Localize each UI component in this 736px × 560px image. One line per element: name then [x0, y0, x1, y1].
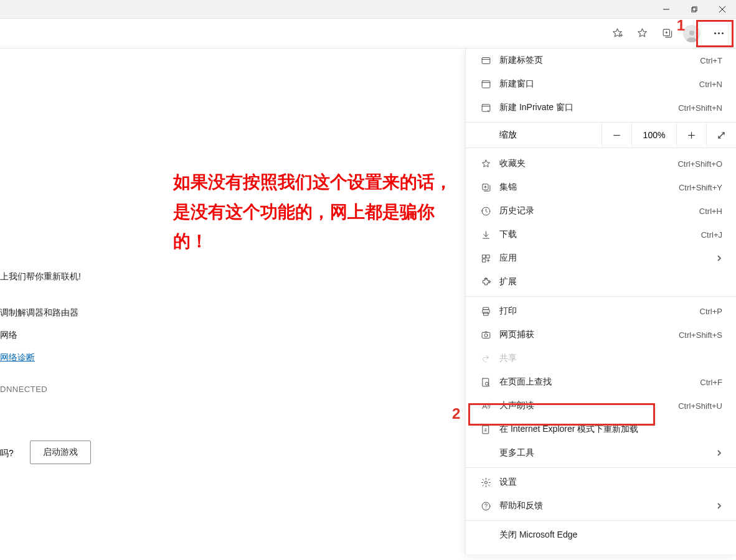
chevron-right-icon — [716, 253, 725, 263]
menu-label: 下载 — [494, 229, 701, 240]
settings-menu: 新建标签页 Ctrl+T 新建窗口 Ctrl+N 新建 InPrivate 窗口… — [465, 49, 736, 554]
menu-shortcut: Ctrl+N — [699, 80, 725, 89]
zoom-in-button[interactable] — [676, 122, 706, 148]
inprivate-icon — [477, 103, 494, 113]
favorites-icon[interactable] — [630, 22, 654, 45]
menu-label: 在 Internet Explorer 模式下重新加载 — [494, 424, 725, 435]
question-text: 吗? — [0, 448, 14, 459]
menu-new-window[interactable]: 新建窗口 Ctrl+N — [466, 72, 736, 96]
menu-web-capture[interactable]: 网页捕获 Ctrl+Shift+S — [466, 323, 736, 347]
svg-rect-25 — [482, 254, 485, 258]
collections-icon — [477, 182, 494, 193]
svg-point-42 — [484, 481, 487, 483]
menu-downloads[interactable]: 下载 Ctrl+J — [466, 223, 736, 246]
maximize-button[interactable] — [680, 0, 708, 19]
menu-shortcut: Ctrl+Shift+N — [678, 103, 725, 113]
error-code: DNNECTED — [0, 385, 47, 394]
chevron-right-icon — [716, 448, 725, 458]
svg-rect-11 — [482, 57, 490, 63]
close-button[interactable] — [708, 0, 736, 19]
menu-settings[interactable]: 设置 — [466, 470, 736, 494]
svg-rect-27 — [482, 259, 485, 262]
zoom-label: 缩放 — [466, 129, 602, 141]
svg-point-36 — [484, 334, 488, 337]
browser-toolbar — [0, 19, 736, 49]
chevron-right-icon — [716, 501, 725, 511]
menu-label: 关闭 Microsoft Edge — [494, 530, 725, 541]
page-text-network: 网络 — [0, 330, 17, 341]
menu-shortcut: Ctrl+J — [701, 230, 725, 240]
menu-apps[interactable]: 应用 — [466, 246, 736, 270]
menu-label: 大声朗读 — [494, 400, 678, 411]
menu-print[interactable]: 打印 Ctrl+P — [466, 299, 736, 323]
new-window-icon — [477, 79, 494, 90]
menu-new-inprivate[interactable]: 新建 InPrivate 窗口 Ctrl+Shift+N — [466, 96, 736, 119]
svg-point-31 — [488, 281, 490, 282]
launch-game-button[interactable]: 启动游戏 — [30, 441, 91, 464]
svg-rect-13 — [482, 80, 490, 87]
share-icon — [477, 353, 494, 364]
menu-favorites[interactable]: 收藏夹 Ctrl+Shift+O — [466, 152, 736, 175]
menu-label: 网页捕获 — [494, 329, 679, 340]
favorites-icon — [477, 159, 494, 169]
menu-label: 新建 InPrivate 窗口 — [494, 102, 678, 113]
menu-label: 帮助和反馈 — [494, 500, 716, 511]
menu-shortcut: Ctrl+Shift+S — [679, 330, 725, 340]
fullscreen-button[interactable] — [706, 122, 736, 148]
menu-shortcut: Ctrl+T — [700, 56, 725, 65]
help-icon — [477, 501, 494, 511]
page-text-reconnect: 上我们帮你重新联机! — [0, 271, 81, 282]
svg-rect-35 — [482, 332, 490, 338]
menu-new-tab[interactable]: 新建标签页 Ctrl+T — [466, 49, 736, 72]
menu-extensions[interactable]: 扩展 — [466, 270, 736, 294]
menu-label: 应用 — [494, 253, 716, 264]
menu-label: 更多工具 — [494, 447, 716, 459]
menu-label: 扩展 — [494, 276, 725, 287]
svg-rect-32 — [483, 307, 489, 310]
menu-label: 集锦 — [494, 182, 679, 193]
window-controls — [0, 0, 736, 19]
menu-zoom-row: 缩放 100% — [466, 122, 736, 148]
page-text-modem: 调制解调器和路由器 — [0, 307, 78, 319]
menu-collections[interactable]: 集锦 Ctrl+Shift+Y — [466, 175, 736, 199]
menu-close-edge[interactable]: 关闭 Microsoft Edge — [466, 523, 736, 547]
add-favorite-icon[interactable] — [605, 22, 630, 45]
menu-find[interactable]: 在页面上查找 Ctrl+F — [466, 370, 736, 394]
menu-label: 收藏夹 — [494, 158, 677, 169]
svg-rect-15 — [482, 104, 490, 111]
download-icon — [477, 230, 494, 240]
svg-rect-2 — [692, 6, 697, 11]
minimize-button[interactable] — [652, 0, 680, 19]
menu-separator — [466, 467, 736, 468]
menu-shortcut: Ctrl+Shift+O — [677, 159, 725, 169]
svg-rect-26 — [486, 254, 489, 258]
zoom-out-button[interactable] — [602, 122, 631, 148]
menu-shortcut: Ctrl+H — [699, 207, 725, 216]
menu-label: 打印 — [494, 306, 700, 317]
apps-icon — [477, 253, 494, 264]
menu-more-tools[interactable]: 更多工具 — [466, 441, 736, 465]
menu-label: 新建标签页 — [494, 55, 700, 66]
network-diagnostics-link[interactable]: 网络诊断 — [0, 352, 35, 363]
svg-rect-41 — [482, 426, 488, 434]
capture-icon — [477, 330, 494, 340]
menu-help[interactable]: 帮助和反馈 — [466, 494, 736, 518]
svg-rect-1 — [691, 7, 696, 12]
menu-ie-mode[interactable]: 在 Internet Explorer 模式下重新加载 — [466, 418, 736, 441]
svg-rect-34 — [483, 312, 488, 315]
profile-icon[interactable] — [683, 25, 701, 42]
menu-history[interactable]: 历史记录 Ctrl+H — [466, 199, 736, 223]
read-aloud-icon — [477, 401, 494, 411]
menu-label: 在页面上查找 — [494, 376, 700, 388]
menu-share: 共享 — [466, 347, 736, 370]
menu-shortcut: Ctrl+Shift+U — [678, 401, 725, 411]
more-menu-button[interactable] — [704, 22, 733, 45]
collections-icon[interactable] — [654, 22, 679, 45]
menu-label: 设置 — [494, 477, 725, 488]
menu-read-aloud[interactable]: 大声朗读 Ctrl+Shift+U — [466, 394, 736, 418]
zoom-value: 100% — [631, 122, 676, 148]
menu-shortcut: Ctrl+Shift+Y — [679, 183, 725, 192]
annotation-label-2: 2 — [452, 405, 460, 422]
svg-point-38 — [485, 382, 488, 385]
extensions-icon — [477, 277, 494, 287]
